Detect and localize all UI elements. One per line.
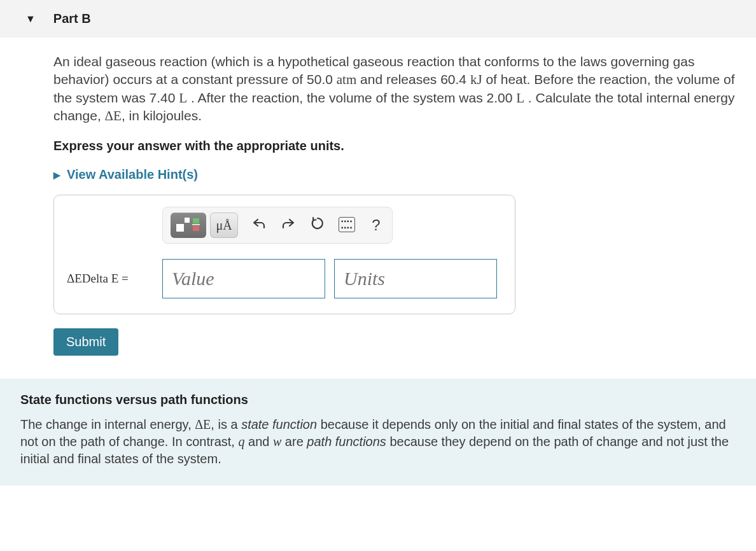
undo-button[interactable] [251,217,267,234]
reset-button[interactable] [309,216,326,234]
redo-button[interactable] [280,217,297,234]
problem-statement: An ideal gaseous reaction (which is a hy… [53,53,747,125]
q-symbol: q [238,435,244,449]
unit-kj: kJ [470,72,482,87]
w-symbol: w [273,435,281,449]
submit-button[interactable]: Submit [53,328,118,356]
hints-label: View Available Hint(s) [67,167,198,182]
format-icon [175,216,202,234]
mu-angstrom-label: μÅ [216,218,232,233]
text: , in kilojoules. [122,108,202,123]
undo-icon [252,217,266,230]
format-templates-button[interactable] [171,213,206,238]
collapse-caret-icon: ▼ [25,13,36,25]
svg-rect-0 [176,224,184,232]
unit-l: L [516,90,524,106]
delta-e-symbol: ΔE [105,108,122,123]
text: , is a [211,417,241,431]
value-input[interactable] [162,259,325,298]
units-input[interactable] [334,259,497,298]
answer-lhs-label: ΔEDelta E = [67,272,153,286]
info-body: The change in internal energy, ΔE, is a … [20,416,738,468]
redo-icon [281,217,295,230]
part-title: Part B [53,11,91,26]
keyboard-button[interactable]: ▪▪▪▪▪▪▪▪ [339,217,355,234]
answer-instruction: Express your answer with the appropriate… [53,139,747,153]
special-chars-button[interactable]: μÅ [210,213,238,238]
keyboard-icon: ▪▪▪▪▪▪▪▪ [339,217,355,232]
svg-rect-1 [185,218,190,223]
path-functions-term: path functions [307,435,386,449]
view-hints-toggle[interactable]: ▶ View Available Hint(s) [53,167,747,182]
part-header[interactable]: ▼ Part B [0,0,756,38]
equation-toolbar: μÅ ▪▪▪▪▪▪▪▪ ? [162,207,393,244]
text: . After the reaction, the volume of the … [187,90,516,105]
info-title: State functions versus path functions [20,393,738,407]
info-panel: State functions versus path functions Th… [0,379,756,485]
help-button[interactable]: ? [368,216,384,234]
reset-icon [311,216,325,230]
chevron-right-icon: ▶ [53,170,60,180]
svg-rect-2 [193,218,199,223]
unit-l: L [179,90,187,106]
delta-e-symbol: ΔE [195,417,211,431]
unit-atm: atm [337,72,357,87]
text: and releases 60.4 [356,72,470,87]
answer-input-row: ΔEDelta E = [67,259,502,298]
part-content: An ideal gaseous reaction (which is a hy… [0,38,756,356]
svg-rect-3 [193,226,199,231]
text: and [244,435,272,449]
state-function-term: state function [241,417,317,431]
answer-panel: μÅ ▪▪▪▪▪▪▪▪ ? ΔEDelta E = [53,195,515,314]
text: The change in internal energy, [20,417,195,431]
text: are [281,435,307,449]
